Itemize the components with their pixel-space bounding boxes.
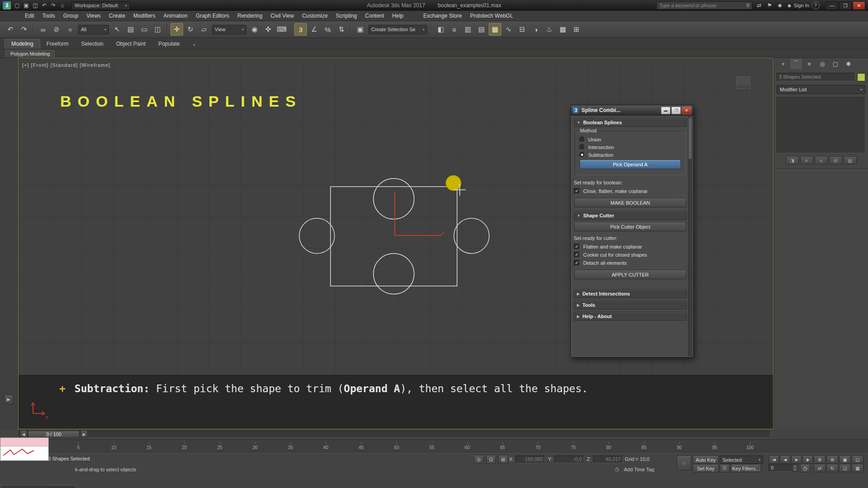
select-and-move-icon[interactable]: ✛: [170, 23, 183, 36]
dialog-close-button[interactable]: ✕: [682, 107, 691, 114]
make-unique-icon[interactable]: ∿: [815, 156, 828, 164]
checkbox-cookie-cut-for-closed-shapes[interactable]: ✓Cookie cut for closed shapes: [574, 252, 687, 258]
show-end-result-icon[interactable]: ≡: [800, 156, 813, 164]
window-crossing-toggle-icon[interactable]: ◫: [151, 23, 164, 36]
add-time-tag[interactable]: Add Time Tag: [624, 467, 654, 472]
selected-yellow-circle[interactable]: [446, 175, 461, 191]
frame-spinner[interactable]: ▴▾: [792, 464, 798, 472]
hierarchy-tab[interactable]: ≡: [804, 59, 815, 69]
pan-view-icon[interactable]: ⇄: [814, 464, 826, 472]
explorer-popup-button[interactable]: ▶: [4, 395, 13, 404]
maximize-viewport-icon[interactable]: ◲: [839, 464, 851, 472]
selection-lock-toggle-icon[interactable]: Ω: [486, 455, 496, 464]
time-slider-track[interactable]: ◀ 0 / 100 ▶: [19, 431, 770, 438]
save-file-icon[interactable]: ◫: [31, 1, 40, 9]
modifier-list-dropdown[interactable]: Modifier List ▾: [777, 85, 865, 94]
schematic-view-icon[interactable]: ⊟: [516, 23, 528, 36]
menu-group[interactable]: Group: [59, 11, 82, 21]
previous-frame-arrow[interactable]: ◀: [20, 431, 27, 438]
menu-rendering[interactable]: Rendering: [233, 11, 266, 21]
undo-icon[interactable]: ↶: [40, 1, 49, 9]
method-radio-union[interactable]: Union: [579, 136, 681, 142]
angle-snap-icon[interactable]: ∠: [308, 23, 321, 36]
menu-modifiers[interactable]: Modifiers: [129, 11, 160, 21]
menu-animation[interactable]: Animation: [160, 11, 192, 21]
x-coordinate-field[interactable]: -180,982: [515, 455, 545, 463]
key-filters-button[interactable]: Key Filters...: [731, 464, 761, 473]
select-and-link-icon[interactable]: ∞: [37, 23, 49, 36]
select-object-icon[interactable]: ↖: [111, 23, 123, 36]
rollout-help-about[interactable]: ▶Help - About: [574, 312, 687, 321]
rollout-tools[interactable]: ▶Tools: [574, 300, 687, 310]
current-frame-field[interactable]: 0: [769, 464, 793, 472]
project-folder-icon[interactable]: ⌂: [58, 1, 67, 9]
dialog-minimize-button[interactable]: ▬: [661, 107, 670, 114]
close-flatten-checkbox[interactable]: ✓ Close, flatten, make coplanar: [574, 188, 687, 194]
track-bar[interactable]: ∿ 05101520253035404550556065707580859095…: [0, 439, 868, 453]
sign-in-button[interactable]: ☻ Sign In: [787, 3, 809, 8]
search-input[interactable]: Type a keyword or phrase ⚲: [656, 1, 752, 9]
menu-tools[interactable]: Tools: [38, 11, 59, 21]
selection-filter-dropdown[interactable]: All▾: [78, 25, 109, 34]
dialog-title-bar[interactable]: 3 Spline Combi... ▬❐✕: [571, 105, 693, 116]
menu-create[interactable]: Create: [105, 11, 129, 21]
menu-graph-editors[interactable]: Graph Editors: [192, 11, 233, 21]
align-icon[interactable]: ≡: [448, 23, 461, 36]
previous-frame-button[interactable]: ◀|: [780, 455, 790, 464]
pin-stack-icon[interactable]: ◨: [786, 156, 799, 164]
macro-recorder-row[interactable]: [0, 438, 48, 446]
new-scene-icon[interactable]: ▢: [13, 1, 22, 9]
selection-set-dropdown[interactable]: Create Selection Se▾: [368, 25, 427, 34]
unlink-selection-icon[interactable]: ⊘: [50, 23, 63, 36]
minimize-button[interactable]: —: [826, 1, 838, 10]
workspace-dropdown[interactable]: Workspace: Default ▾: [71, 1, 130, 10]
viewport-front[interactable]: [+] [Front] [Standard] [Wireframe] BOOLE…: [18, 58, 774, 429]
maxscript-mini-listener[interactable]: [0, 437, 49, 461]
select-and-rotate-icon[interactable]: ↻: [184, 23, 197, 36]
snaps-toggle-icon[interactable]: 3: [294, 23, 307, 36]
menu-content[interactable]: Content: [361, 11, 388, 21]
favorites-icon[interactable]: ⚑: [765, 1, 774, 9]
menu-exchange-store[interactable]: Exchange Store: [419, 11, 466, 21]
tab-populate[interactable]: Populate: [152, 39, 186, 49]
utilities-tab[interactable]: ✱: [843, 59, 854, 69]
rollout-shape-cutter[interactable]: ▼ Shape Cutter: [574, 211, 687, 220]
play-button[interactable]: ▶: [791, 455, 802, 464]
auto-key-button[interactable]: Auto Key: [693, 455, 719, 464]
set-key-button[interactable]: Set Key: [693, 464, 719, 473]
rollout-boolean-splines[interactable]: ▼ Boolean Splines: [574, 118, 687, 127]
remove-modifier-icon[interactable]: ⊘: [829, 156, 842, 164]
key-icon-button[interactable]: ⚿: [720, 464, 730, 473]
orbit-icon[interactable]: ↻: [826, 464, 838, 472]
zoom-extents-icon[interactable]: ▣: [839, 455, 851, 464]
tab-selection[interactable]: Selection: [75, 39, 109, 49]
undo-icon[interactable]: ↶: [4, 23, 17, 36]
dialog-scrollbar[interactable]: [688, 117, 692, 356]
ribbon-toggle-icon[interactable]: ▦: [489, 23, 501, 36]
menu-views[interactable]: Views: [82, 11, 105, 21]
ribbon-flyout-arrow[interactable]: ▾: [191, 41, 198, 49]
redo-icon[interactable]: ↷: [49, 1, 58, 9]
set-key-mode-button[interactable]: ○: [677, 455, 691, 470]
bind-to-space-warp-icon[interactable]: ≈: [64, 23, 76, 36]
modify-tab[interactable]: ⌒: [791, 59, 802, 69]
viewcube[interactable]: [731, 75, 752, 94]
tab-freeform[interactable]: Freeform: [40, 39, 75, 49]
communication-center-icon[interactable]: ⇄: [755, 1, 764, 9]
reference-coordinate-dropdown[interactable]: View▾: [212, 25, 246, 34]
next-frame-arrow[interactable]: ▶: [80, 431, 88, 438]
menu-edit[interactable]: Edit: [21, 11, 38, 21]
rollout-detect-intersections[interactable]: ▶Detect Intersections: [574, 289, 687, 298]
layer-explorer-toggle-icon[interactable]: ▤: [475, 23, 488, 36]
zoom-region-icon[interactable]: ◱: [852, 455, 863, 464]
restore-button[interactable]: ❐: [839, 1, 852, 10]
keyboard-override-icon[interactable]: ⌨: [275, 23, 288, 36]
rendered-frame-icon[interactable]: ▩: [557, 23, 569, 36]
method-radio-intersection[interactable]: Intersection: [579, 144, 681, 150]
render-setup-icon[interactable]: ♨: [543, 23, 556, 36]
app-logo[interactable]: 3: [3, 1, 11, 9]
polygon-modeling-tab[interactable]: Polygon Modeling: [5, 50, 55, 57]
configure-modifier-sets-icon[interactable]: ▤: [844, 156, 857, 164]
apply-cutter-button[interactable]: APPLY CUTTER: [574, 270, 686, 279]
display-tab[interactable]: ▢: [830, 59, 841, 69]
